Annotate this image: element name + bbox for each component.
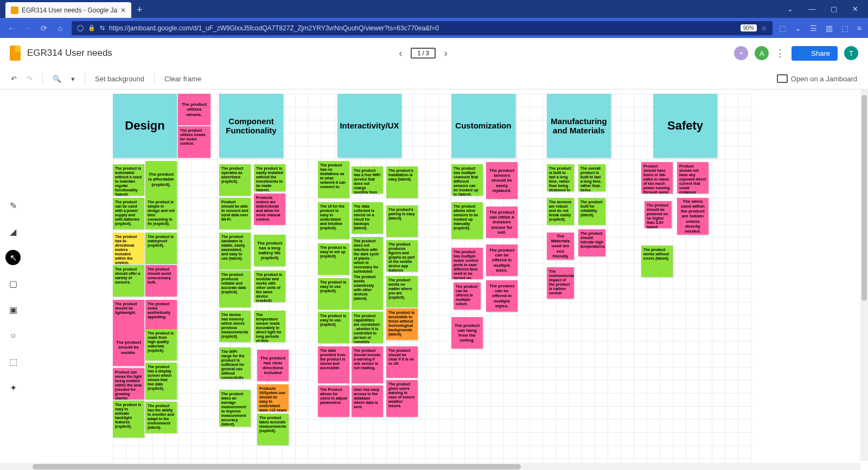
sticky-note[interactable]: The WiFi range for the product is suffic… (219, 347, 251, 379)
pocket-icon[interactable]: ⌄ (795, 24, 801, 33)
sticky-note[interactable]: The product should be powered on no high… (644, 201, 672, 228)
sticky-note[interactable]: Safety (653, 94, 717, 158)
new-tab-button[interactable]: + (137, 4, 143, 16)
sticky-note[interactable]: The product is affordable (explicit). (145, 161, 177, 198)
sticky-note[interactable]: The product should offer a variety of se… (113, 265, 144, 297)
undo-icon[interactable]: ↶ (11, 75, 17, 83)
sticky-note[interactable]: Products UI/System use should be easy to… (257, 384, 289, 411)
browser-tab[interactable]: EGR314 User needs - Google Ja ✕ (5, 2, 131, 18)
scrollbar-thumb[interactable] (33, 464, 521, 469)
sticky-note[interactable]: The product's installation is easy (late… (386, 166, 418, 198)
prev-frame-button[interactable]: ‹ (399, 48, 402, 59)
permissions-icon[interactable]: ⇆ (100, 24, 105, 31)
eraser-tool[interactable]: ◢ (5, 224, 21, 239)
app-menu-icon[interactable]: ≡ (857, 24, 861, 33)
open-on-jamboard-button[interactable]: Open on a Jamboard (777, 74, 857, 83)
share-button[interactable]: 👤 Share (792, 46, 838, 61)
set-background-button[interactable]: Set background (95, 75, 144, 83)
lock-icon[interactable]: 🔒 (88, 24, 95, 31)
laser-tool[interactable]: ✦ (5, 380, 21, 395)
scrollbar-thumb[interactable] (861, 95, 867, 301)
sticky-note[interactable]: The product is simple in design and not … (145, 198, 177, 229)
shield-icon[interactable]: ◯ (77, 24, 84, 31)
sticky-note[interactable]: The product has a display screen which s… (145, 363, 177, 400)
sticky-note[interactable]: The product produces figures and graphs … (386, 240, 418, 272)
sticky-note[interactable]: The product has the ability to monitor a… (145, 402, 177, 433)
sticky-note[interactable]: The product can utilize a moisture senso… (486, 207, 518, 238)
sticky-note[interactable]: The Product allows for users to adjust p… (318, 385, 349, 417)
user-avatar[interactable]: T (844, 46, 858, 60)
sidebar-icon[interactable]: ▥ (826, 24, 833, 33)
collaborator-avatar[interactable]: • (734, 46, 748, 60)
sticky-note[interactable]: The product can be offered in multiple s… (486, 280, 518, 312)
sticky-note[interactable]: The product is easy to activate backligh… (113, 401, 144, 437)
nav-back-icon[interactable]: ← (7, 24, 16, 33)
sticky-note[interactable]: The product gives users warning in case … (386, 380, 418, 417)
sticky-note[interactable]: Customization (451, 94, 515, 158)
sticky-note[interactable]: The wires used within the product are hi… (677, 198, 709, 235)
sticky-note[interactable]: Manufacturing and Materials (547, 94, 611, 158)
sticky-note[interactable]: The product can hang from the ceiling. (451, 317, 483, 349)
downloads-icon[interactable]: ⬚ (779, 24, 786, 33)
sticky-note[interactable]: The product is modular and works with ot… (254, 271, 285, 302)
sticky-note[interactable]: The product is waterproof (explicit). (145, 233, 177, 264)
sticky-note[interactable]: User has easy access to the database whe… (352, 385, 383, 417)
clear-frame-button[interactable]: Clear frame (164, 75, 201, 83)
url-bar[interactable]: ◯ 🔒 ⇆ https://jamboard.google.com/d/1_uF… (72, 21, 773, 35)
sticky-note[interactable]: The product should be mobile. (113, 329, 144, 366)
sticky-note[interactable]: The product has a long battery life (exp… (254, 235, 285, 266)
jamboard-frame[interactable]: DesignThe product utilizes wheels.The pr… (113, 94, 753, 462)
sticky-note[interactable]: Component Functionality (219, 94, 283, 158)
sticky-note[interactable]: The product has multiple motor control p… (451, 248, 483, 279)
sticky-note[interactable]: The product works no matter where you ar… (386, 276, 418, 307)
sticky-note[interactable]: The product should tolerate high tempera… (578, 229, 605, 256)
sticky-note[interactable]: The product produces reliable and accura… (219, 271, 251, 307)
shape-tool[interactable]: ○ (5, 328, 21, 343)
sticky-note[interactable]: The environmental impact of the product … (547, 267, 574, 299)
more-menu-icon[interactable]: ⋮ (775, 47, 785, 59)
sticky-note[interactable]: The product does not interfere with the … (352, 237, 383, 274)
sticky-note[interactable]: The data provided from the product is st… (318, 346, 349, 383)
sticky-note[interactable]: The product works seamlessly with other … (352, 273, 383, 310)
sticky-note[interactable]: The product should be clear if it is on … (386, 346, 418, 378)
sticky-note[interactable]: The product sensors should be easily rep… (486, 162, 518, 199)
sticky-note[interactable]: The product should avoid unnecessary bul… (145, 265, 177, 297)
nav-home-icon[interactable]: ⌂ (55, 24, 65, 33)
sticky-note[interactable]: The product has multiple channels that d… (451, 164, 483, 196)
sticky-note[interactable]: The product is easy to use. (explicit) (318, 312, 349, 343)
pen-tool[interactable]: ✎ (5, 198, 21, 213)
chevron-down-icon[interactable]: ⌄ (787, 5, 793, 13)
sticky-note[interactable]: The product's pairing is easy (latent). (386, 205, 418, 237)
sticky-note[interactable]: The product looks aesthetically appealin… (145, 300, 177, 331)
sticky-note[interactable]: The product hardware is stable, easily a… (219, 233, 251, 269)
sticky-note[interactable]: The product has bi-directional motors in… (113, 233, 144, 264)
zoom-icon[interactable]: 🔍 (53, 75, 61, 83)
sticky-note[interactable]: The UI for the product is easy to unders… (318, 202, 349, 239)
extensions-icon[interactable]: ⬚ (841, 24, 848, 33)
zoom-level[interactable]: 90% (741, 24, 757, 31)
sticky-note[interactable]: The product utilizes wheels. (178, 94, 210, 125)
vertical-scrollbar[interactable] (860, 89, 868, 461)
bookmark-star-icon[interactable]: ☆ (761, 24, 767, 32)
sticky-note[interactable]: The product capabilities are consistent … (352, 312, 383, 343)
sticky-note[interactable]: The product can be used with a power sup… (113, 198, 144, 229)
sticky-note[interactable]: The product should include a warning if … (352, 346, 383, 383)
window-maximize-icon[interactable]: ▢ (831, 5, 837, 13)
sticky-note[interactable]: The product can be offered in multiple s… (486, 244, 518, 276)
sticky-note[interactable]: The product has a free WiFi service that… (352, 166, 383, 194)
sticky-note[interactable]: Product should have fuses or fail-safes … (641, 162, 673, 194)
sticky-note[interactable]: The product is built to last a long time… (547, 164, 574, 191)
sticky-note[interactable]: The overall product is built to last a l… (578, 164, 605, 191)
next-frame-button[interactable]: › (444, 48, 448, 59)
sticky-note[interactable]: The product is easy to use (explicit). (318, 278, 349, 310)
sticky-note[interactable]: Design (113, 94, 177, 158)
redo-icon[interactable]: ↷ (27, 75, 33, 83)
tab-close-icon[interactable]: ✕ (120, 7, 126, 14)
jamboard-logo-icon[interactable] (10, 46, 21, 61)
sticky-note[interactable]: The Materials used are eco friendly (547, 233, 574, 260)
sticky-note[interactable]: The product utilizes treads for motor co… (178, 126, 210, 158)
image-tool[interactable]: ▣ (5, 302, 21, 317)
jamboard-title[interactable]: EGR314 User needs (27, 48, 112, 59)
sticky-note[interactable]: The product should be lightweight. (113, 300, 144, 331)
sticky-note[interactable]: The device has memory which stores previ… (219, 311, 251, 342)
